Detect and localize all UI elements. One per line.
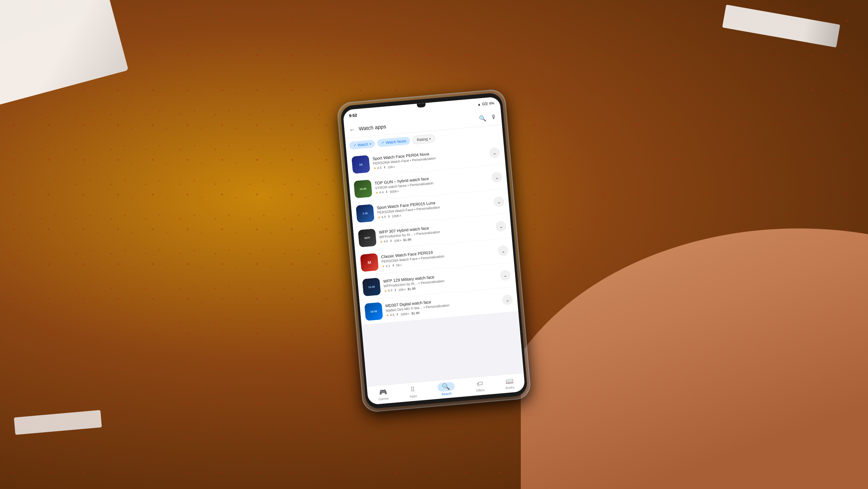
star-icon-6: ★ bbox=[384, 289, 387, 292]
app-icon-3: 2:48 bbox=[355, 204, 374, 223]
app-downloads-7: 100K+ bbox=[400, 312, 410, 316]
status-time: 9:52 bbox=[349, 113, 357, 118]
games-icon: 🎮 bbox=[379, 388, 388, 396]
expand-button-6[interactable]: ⌄ bbox=[500, 269, 511, 281]
mic-button[interactable]: 🎙 bbox=[491, 113, 497, 121]
app-info-7: MD307 Digital watch face Matteo Dini MD … bbox=[385, 294, 499, 317]
icon-text-5: M bbox=[368, 260, 371, 265]
app-info-6: WFP 129 Military watch face WFProduction… bbox=[383, 269, 497, 293]
nav-label-books: Books bbox=[505, 385, 515, 390]
nav-label-search: Search bbox=[441, 392, 452, 396]
expand-button-7[interactable]: ⌄ bbox=[502, 294, 513, 306]
phone-wrapper: 9:52 ▲ G⓪ 6% ← Watch apps 🔍 🎙 ✓ bbox=[340, 92, 528, 409]
download-icon-4: ⬇ bbox=[390, 239, 392, 243]
chip-rating-label: Rating bbox=[416, 136, 428, 142]
app-downloads-1: 10K+ bbox=[388, 165, 395, 169]
app-rating-4: ★ 4.0 bbox=[380, 239, 388, 243]
icon-text-2: 10:08 bbox=[360, 187, 367, 191]
star-icon-7: ★ bbox=[386, 313, 389, 317]
dropdown-icon: ▾ bbox=[370, 142, 371, 145]
app-price-6: $1.99 bbox=[407, 286, 415, 290]
icon-text-1: 19 bbox=[359, 163, 363, 166]
filter-chip-watchfaces[interactable]: ✓ Watch faces bbox=[377, 136, 410, 147]
download-icon-6: ⬇ bbox=[394, 288, 397, 292]
expand-button-1[interactable]: ⌄ bbox=[489, 147, 500, 158]
app-rating-7: ★ 4.5 bbox=[386, 313, 394, 317]
app-icon-7: 10:09 bbox=[364, 302, 383, 321]
app-rating-6: ★ 4.3 bbox=[384, 288, 392, 293]
app-info-5: Classic Watch Face PER019 PERSONA Watch … bbox=[381, 244, 495, 268]
app-info-1: Sport Watch Face PER04 Nova PERSONA Watc… bbox=[372, 146, 487, 170]
star-icon-2: ★ bbox=[375, 191, 378, 195]
check-icon: ✓ bbox=[353, 143, 356, 147]
phone-screen: 9:52 ▲ G⓪ 6% ← Watch apps 🔍 🎙 ✓ bbox=[343, 96, 525, 405]
signal-icon: ▲ bbox=[477, 102, 481, 106]
expand-button-2[interactable]: ⌄ bbox=[491, 171, 502, 183]
nav-item-search[interactable]: 🔍 Search bbox=[433, 379, 459, 399]
icon-text-3: 2:48 bbox=[362, 212, 368, 215]
app-downloads-3: 100K+ bbox=[392, 213, 401, 218]
app-icon-5: M bbox=[360, 253, 379, 272]
chip-watch-label: Watch bbox=[357, 142, 368, 147]
nav-item-books[interactable]: 📖 Books bbox=[501, 374, 518, 392]
app-price-4: $1.99 bbox=[403, 237, 411, 241]
download-icon-1: ⬇ bbox=[383, 165, 386, 169]
search-icon: 🔍 bbox=[437, 381, 455, 392]
expand-button-4[interactable]: ⌄ bbox=[495, 221, 507, 232]
nav-item-offers[interactable]: 🏷 Offers bbox=[471, 377, 488, 395]
star-icon-4: ★ bbox=[380, 240, 383, 243]
star-icon-3: ★ bbox=[378, 215, 381, 219]
chip-watchfaces-label: Watch faces bbox=[385, 138, 406, 144]
phone-body: 9:52 ▲ G⓪ 6% ← Watch apps 🔍 🎙 ✓ bbox=[340, 92, 528, 409]
app-price-7: $1.89 bbox=[411, 311, 420, 315]
status-icons: ▲ G⓪ 6% bbox=[477, 100, 494, 107]
nav-item-apps[interactable]: ⠿ Apps bbox=[405, 383, 421, 401]
app-rating-3: ★ 4.4 bbox=[378, 215, 386, 219]
app-downloads-4: 10K+ bbox=[394, 238, 402, 242]
nav-label-offers: Offers bbox=[476, 388, 485, 392]
apps-icon: ⠿ bbox=[410, 386, 415, 394]
back-button[interactable]: ← bbox=[349, 125, 355, 134]
dropdown-icon-2: ▾ bbox=[429, 137, 431, 140]
check-icon-2: ✓ bbox=[381, 140, 384, 145]
expand-button-5[interactable]: ⌄ bbox=[497, 245, 509, 256]
icon-text-4: WFP bbox=[364, 236, 370, 240]
nav-label-apps: Apps bbox=[410, 394, 417, 398]
expand-button-3[interactable]: ⌄ bbox=[493, 196, 505, 207]
app-icon-2: 10:08 bbox=[353, 179, 372, 198]
download-icon-5: ⬇ bbox=[392, 263, 395, 267]
app-rating-2: ★ 4.4 bbox=[375, 190, 384, 195]
app-downloads-5: 5K+ bbox=[396, 263, 402, 267]
app-info-2: TOP GUN – hybrid watch face VYRON watch … bbox=[374, 171, 489, 195]
icon-text-6: 10:08 bbox=[368, 285, 375, 289]
app-bar-icons: 🔍 🎙 bbox=[479, 113, 497, 122]
app-icon-4: WFP bbox=[358, 228, 377, 247]
app-downloads-6: 10K+ bbox=[398, 287, 406, 291]
nav-label-games: Games bbox=[378, 396, 389, 401]
app-info-4: WFP 307 Hybrid watch face WFProduction b… bbox=[379, 220, 493, 244]
search-button[interactable]: 🔍 bbox=[479, 114, 487, 122]
battery-icon: 6% bbox=[489, 101, 494, 105]
app-list: 19 Sport Watch Face PER04 Nova PERSONA W… bbox=[347, 140, 524, 386]
icon-text-7: 10:09 bbox=[370, 310, 377, 313]
books-icon: 📖 bbox=[505, 377, 514, 385]
wifi-icon: G⓪ bbox=[482, 101, 488, 107]
app-rating-1: ★ 4.5 bbox=[373, 166, 382, 170]
download-icon-2: ⬇ bbox=[385, 190, 388, 194]
nav-item-games[interactable]: 🎮 Games bbox=[374, 385, 393, 403]
filter-chip-rating[interactable]: Rating ▾ bbox=[412, 134, 435, 144]
app-rating-5: ★ 4.1 bbox=[382, 264, 390, 268]
star-icon-5: ★ bbox=[382, 264, 385, 268]
filter-chip-watch[interactable]: ✓ Watch ▾ bbox=[349, 139, 375, 149]
app-icon-1: 19 bbox=[351, 155, 370, 174]
download-icon-7: ⬇ bbox=[396, 312, 399, 316]
app-icon-6: 10:08 bbox=[362, 277, 381, 296]
app-info-3: Sport Watch Face PER015 Luna PERSONA Wat… bbox=[377, 195, 491, 219]
offers-icon: 🏷 bbox=[476, 380, 483, 388]
star-icon: ★ bbox=[373, 166, 376, 170]
download-icon-3: ⬇ bbox=[388, 214, 390, 218]
app-downloads-2: 500K+ bbox=[390, 189, 399, 193]
